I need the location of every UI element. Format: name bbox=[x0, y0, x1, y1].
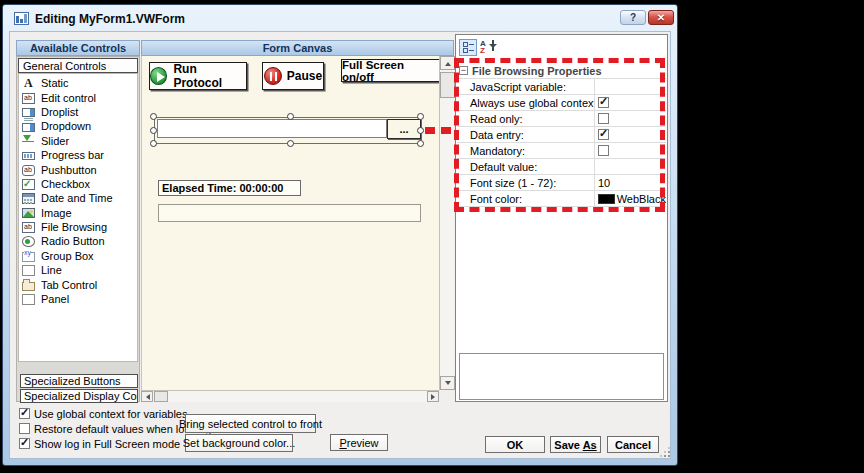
control-item-progress-bar[interactable]: Progress bar bbox=[19, 148, 137, 162]
control-item-slider[interactable]: Slider bbox=[19, 134, 137, 148]
font-color-swatch[interactable] bbox=[598, 194, 615, 204]
mandatory-checkbox[interactable] bbox=[598, 145, 609, 156]
specialized-buttons-button[interactable]: Specialized Buttons bbox=[20, 374, 138, 388]
control-item-line[interactable]: Line bbox=[19, 263, 137, 277]
scroll-down-button[interactable] bbox=[440, 376, 455, 390]
prop-row-font-color: Font color: WebBlack bbox=[457, 191, 666, 207]
sort-arrow-icon bbox=[492, 40, 494, 51]
show-log-fullscreen-checkbox[interactable] bbox=[19, 438, 30, 449]
set-background-color-button[interactable]: Set background color... bbox=[185, 434, 293, 452]
font-size-field[interactable]: 10 bbox=[594, 175, 666, 190]
control-item-panel[interactable]: Panel bbox=[19, 292, 137, 306]
selection-handle[interactable] bbox=[150, 127, 157, 134]
radio-button-icon bbox=[22, 236, 35, 247]
selection-handle[interactable] bbox=[287, 140, 294, 147]
droplist-icon bbox=[22, 108, 35, 117]
screenshot-stage: Editing MyForm1.VWForm ? ✕ Available Con… bbox=[0, 0, 864, 473]
control-item-file-browsing[interactable]: File Browsing bbox=[19, 220, 137, 234]
selection-handle[interactable] bbox=[287, 113, 294, 120]
save-as-button[interactable]: Save As bbox=[550, 436, 601, 453]
font-color-field[interactable]: WebBlack bbox=[594, 191, 666, 206]
arrow-left-icon bbox=[143, 394, 150, 400]
control-item-droplist[interactable]: Droplist bbox=[19, 105, 137, 119]
control-item-group-box[interactable]: Group Box bbox=[19, 249, 137, 263]
form-canvas-header: Form Canvas bbox=[141, 40, 454, 56]
arrow-right-icon bbox=[431, 394, 438, 400]
default-value-field[interactable] bbox=[594, 159, 666, 174]
selection-handle[interactable] bbox=[150, 140, 157, 147]
scroll-left-button[interactable] bbox=[141, 391, 153, 402]
data-entry-checkbox[interactable] bbox=[598, 129, 609, 140]
group-box-icon bbox=[22, 252, 35, 262]
control-item-checkbox[interactable]: Checkbox bbox=[19, 177, 137, 191]
arrow-down-icon bbox=[445, 381, 451, 388]
horizontal-scroll-thumb[interactable] bbox=[154, 391, 168, 402]
help-button[interactable]: ? bbox=[620, 10, 646, 25]
control-item-dropdown[interactable]: Dropdown bbox=[19, 119, 137, 133]
property-grid: − File Browsing Properties JavaScript va… bbox=[457, 63, 666, 207]
available-controls-header: Available Controls bbox=[16, 40, 140, 56]
scroll-right-button[interactable] bbox=[427, 391, 439, 402]
preview-button[interactable]: Preview bbox=[330, 434, 388, 451]
category-row-file-browsing-properties[interactable]: − File Browsing Properties bbox=[457, 63, 666, 79]
pause-icon bbox=[264, 67, 282, 85]
fullscreen-toggle-button[interactable]: Full Screen on/off bbox=[341, 59, 440, 82]
selection-handle[interactable] bbox=[417, 113, 424, 120]
static-text-icon bbox=[22, 77, 35, 90]
control-item-tab-control[interactable]: Tab Control bbox=[19, 277, 137, 291]
categorized-view-icon[interactable] bbox=[459, 39, 477, 56]
pause-button[interactable]: Pause bbox=[262, 62, 324, 90]
slider-icon bbox=[22, 134, 35, 147]
control-item-static[interactable]: Static bbox=[19, 76, 137, 90]
control-item-image[interactable]: Image bbox=[19, 206, 137, 220]
collapse-icon[interactable]: − bbox=[459, 66, 468, 75]
control-item-radio-button[interactable]: Radio Button bbox=[19, 234, 137, 248]
close-button[interactable]: ✕ bbox=[648, 10, 674, 25]
controls-list: Static Edit control Droplist Dropdown Sl… bbox=[18, 73, 138, 362]
restore-defaults-checkbox[interactable] bbox=[19, 423, 30, 434]
show-log-fullscreen-label: Show log in Full Screen mode bbox=[34, 438, 180, 450]
dialog-client-area: Available Controls Form Canvas General C… bbox=[9, 31, 671, 459]
ok-button[interactable]: OK bbox=[485, 436, 545, 453]
help-icon: ? bbox=[630, 12, 636, 23]
prop-row-read-only: Read only: bbox=[457, 111, 666, 127]
control-item-pushbutton[interactable]: Pushbutton bbox=[19, 162, 137, 176]
resize-grip-icon[interactable] bbox=[661, 448, 670, 457]
editing-form-dialog: Editing MyForm1.VWForm ? ✕ Available Con… bbox=[2, 4, 678, 466]
sort-alphabetical-icon[interactable]: AZ bbox=[480, 40, 486, 54]
form-canvas[interactable]: Run Protocol Pause Full Screen on/off ..… bbox=[141, 56, 439, 390]
tab-control-icon bbox=[22, 282, 35, 291]
control-item-edit-control[interactable]: Edit control bbox=[19, 90, 137, 104]
property-description-box bbox=[459, 353, 664, 400]
prop-row-javascript-variable: JavaScript variable: bbox=[457, 79, 666, 95]
cancel-button[interactable]: Cancel bbox=[607, 436, 659, 453]
bring-to-front-button[interactable]: Bring selected control to front bbox=[185, 414, 316, 433]
panel-icon bbox=[22, 294, 35, 305]
read-only-checkbox[interactable] bbox=[598, 113, 609, 124]
javascript-variable-field[interactable] bbox=[594, 79, 666, 94]
specialized-display-controls-button[interactable]: Specialized Display Contr bbox=[20, 389, 138, 403]
dropdown-icon bbox=[22, 123, 35, 132]
prop-row-mandatory: Mandatory: bbox=[457, 143, 666, 159]
use-global-context-checkbox[interactable] bbox=[19, 408, 30, 419]
available-controls-panel: General Controls Static Edit control Dro… bbox=[16, 56, 140, 402]
control-item-date-and-time[interactable]: Date and Time bbox=[19, 191, 137, 205]
selection-handle[interactable] bbox=[150, 113, 157, 120]
selection-handle[interactable] bbox=[417, 140, 424, 147]
file-browsing-field[interactable] bbox=[157, 119, 387, 138]
titlebar[interactable]: Editing MyForm1.VWForm ? ✕ bbox=[3, 5, 677, 31]
canvas-horizontal-scrollbar[interactable] bbox=[141, 390, 439, 402]
scroll-up-button[interactable] bbox=[440, 56, 455, 70]
elapsed-time-static[interactable]: Elapsed Time: 00:00:00 bbox=[158, 180, 301, 196]
checkbox-icon bbox=[22, 179, 35, 190]
vertical-scroll-thumb[interactable] bbox=[440, 72, 455, 98]
run-protocol-button[interactable]: Run Protocol bbox=[149, 62, 247, 90]
always-use-global-context-checkbox[interactable] bbox=[598, 97, 609, 108]
line-icon bbox=[22, 265, 35, 276]
canvas-vertical-scrollbar[interactable] bbox=[439, 56, 454, 390]
pushbutton-icon bbox=[22, 165, 35, 176]
selection-handle[interactable] bbox=[417, 127, 424, 134]
general-controls-button[interactable]: General Controls bbox=[18, 58, 138, 73]
empty-edit-control[interactable] bbox=[158, 204, 421, 222]
browse-ellipsis-button[interactable]: ... bbox=[387, 119, 421, 139]
